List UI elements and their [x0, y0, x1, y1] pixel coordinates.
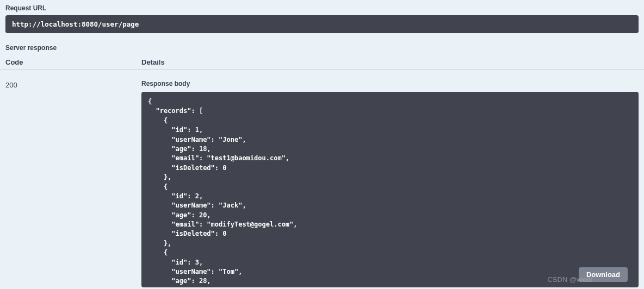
details-column: Response body { "records": [ { "id": 1, …	[141, 80, 639, 287]
response-table-header: Code Details	[0, 58, 644, 70]
download-button[interactable]: Download	[579, 267, 628, 282]
response-body-label: Response body	[141, 80, 639, 87]
status-code: 200	[5, 80, 141, 287]
response-body-wrapper: { "records": [ { "id": 1, "userName": "J…	[141, 92, 639, 287]
response-body-content[interactable]: { "records": [ { "id": 1, "userName": "J…	[141, 92, 639, 287]
details-column-header: Details	[141, 58, 639, 66]
server-response-label: Server response	[0, 40, 644, 55]
request-url-label: Request URL	[0, 0, 644, 15]
code-column-header: Code	[5, 58, 141, 66]
request-url-value: http://localhost:8080/user/page	[5, 15, 639, 33]
response-row: 200 Response body { "records": [ { "id":…	[0, 70, 644, 287]
